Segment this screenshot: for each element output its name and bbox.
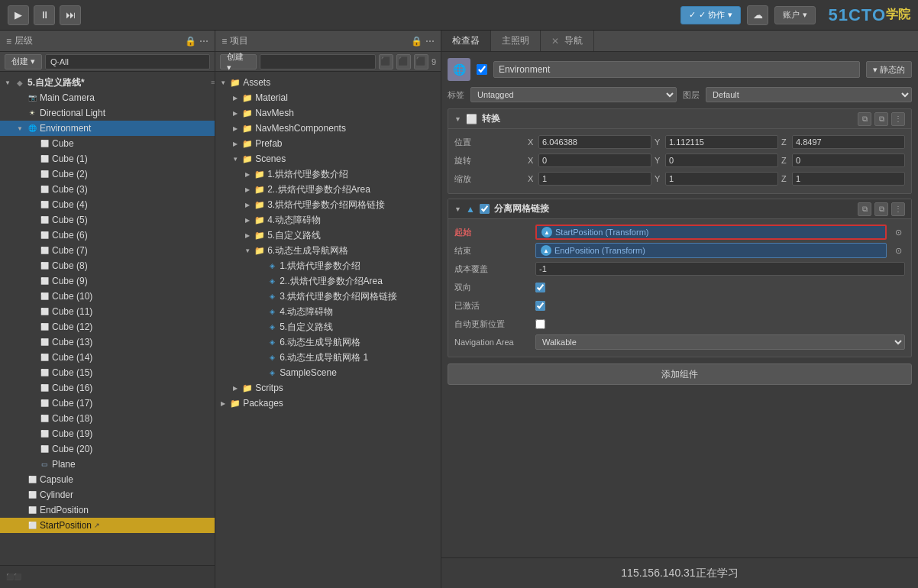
static-button[interactable]: ▾ 静态的: [866, 61, 912, 78]
tree-item-cube17[interactable]: ⬜ Cube (17): [0, 396, 215, 411]
proj-item-scene5[interactable]: ▶ 📁 5.自定义路线: [215, 228, 441, 243]
proj-item-navmesh[interactable]: ▶ 📁 NavMesh: [215, 105, 441, 121]
proj-item-scene6[interactable]: ▼ 📁 6.动态生成导航网格: [215, 243, 441, 258]
rot-y-input[interactable]: [665, 153, 778, 167]
proj-item-sub3[interactable]: ◈ 3.烘焙代理参数介绍网格链接: [215, 289, 441, 304]
project-create-button[interactable]: 创建 ▾: [220, 54, 256, 69]
proj-item-samplescene[interactable]: ◈ SampleScene: [215, 365, 441, 380]
collab-button[interactable]: ✓ ✓ 协作 ▾: [680, 6, 741, 24]
tree-item-cube5[interactable]: ⬜ Cube (5): [0, 212, 215, 228]
tree-item-cube13[interactable]: ⬜ Cube (13): [0, 334, 215, 350]
tree-item-dir-light[interactable]: ☀ Directional Light: [0, 105, 215, 121]
offmeshlink-header[interactable]: ▼ ▲ 分离网格链接 ⧉ ⧉ ⋮: [448, 199, 911, 219]
tree-item-cylinder[interactable]: ⬜ Cylinder: [0, 487, 215, 502]
tab-navigation[interactable]: ✕ 导航: [541, 31, 594, 51]
tree-item-cube1[interactable]: ⬜ Cube (1): [0, 151, 215, 166]
hierarchy-menu-icon[interactable]: ⋯: [199, 36, 208, 47]
step-button[interactable]: ⏭: [60, 5, 81, 25]
hierarchy-create-button[interactable]: 创建 ▾: [5, 54, 42, 69]
proj-item-sub1[interactable]: ◈ 1.烘焙代理参数介绍: [215, 258, 441, 273]
hierarchy-lock-icon[interactable]: 🔒: [185, 36, 196, 47]
tree-item-cube[interactable]: ⬜ Cube: [0, 136, 215, 151]
play-button[interactable]: ▶: [8, 5, 29, 25]
tree-item-cube4[interactable]: ⬜ Cube (4): [0, 197, 215, 212]
start-value-field[interactable]: ▲ StartPosition (Transform): [535, 225, 887, 240]
tree-item-cube3[interactable]: ⬜ Cube (3): [0, 182, 215, 197]
proj-item-sub2[interactable]: ◈ 2..烘焙代理参数介绍Area: [215, 273, 441, 289]
proj-item-material[interactable]: ▶ 📁 Material: [215, 90, 441, 105]
end-value-field[interactable]: ▲ EndPosition (Transform): [535, 243, 887, 258]
pos-y-input[interactable]: [665, 135, 778, 149]
project-icon-btn3[interactable]: ⬛: [414, 54, 428, 69]
tree-item-cube20[interactable]: ⬜ Cube (20): [0, 441, 215, 457]
tree-item-environment[interactable]: ▼ 🌐 Environment: [0, 121, 215, 136]
rot-x-input[interactable]: [538, 153, 651, 167]
proj-item-scene2[interactable]: ▶ 📁 2..烘焙代理参数介绍Area: [215, 182, 441, 197]
offmesh-menu-icon[interactable]: ⋮: [891, 202, 905, 216]
tree-item-cube12[interactable]: ⬜ Cube (12): [0, 319, 215, 334]
tree-item-cube7[interactable]: ⬜ Cube (7): [0, 243, 215, 258]
tree-item-cube10[interactable]: ⬜ Cube (10): [0, 289, 215, 304]
tree-item-cube15[interactable]: ⬜ Cube (15): [0, 365, 215, 380]
project-icon-btn2[interactable]: ⬛: [396, 54, 411, 69]
tree-item-cube9[interactable]: ⬜ Cube (9): [0, 273, 215, 289]
proj-item-scene1[interactable]: ▶ 📁 1.烘焙代理参数介绍: [215, 166, 441, 182]
cost-input[interactable]: [535, 262, 905, 276]
proj-item-assets[interactable]: ▼ 📁 Assets: [215, 75, 441, 90]
start-select-icon[interactable]: ⊙: [891, 225, 905, 239]
project-search-input[interactable]: [260, 54, 376, 69]
tab-inspector[interactable]: 检查器: [441, 31, 491, 51]
offmesh-enabled-checkbox[interactable]: [480, 204, 490, 214]
proj-item-sub5[interactable]: ◈ 5.自定义路线: [215, 319, 441, 334]
offmesh-copy-icon[interactable]: ⧉: [858, 202, 871, 216]
tree-item-cube16[interactable]: ⬜ Cube (16): [0, 380, 215, 396]
proj-item-scene4[interactable]: ▶ 📁 4.动态障碍物: [215, 212, 441, 228]
scale-x-input[interactable]: [538, 172, 651, 186]
bidir-checkbox[interactable]: [535, 283, 545, 292]
activated-checkbox[interactable]: [535, 301, 545, 311]
transform-copy-icon[interactable]: ⧉: [858, 112, 871, 126]
tree-item-scene[interactable]: ▼ ◆ 5.自定义路线* ≡: [0, 75, 215, 90]
scale-y-input[interactable]: [665, 172, 778, 186]
obj-enabled-checkbox[interactable]: [477, 64, 487, 75]
transform-paste-icon[interactable]: ⧉: [874, 112, 888, 126]
pos-x-input[interactable]: [538, 135, 651, 149]
tab-lighting[interactable]: 主照明: [491, 31, 541, 51]
tree-item-capsule[interactable]: ⬜ Capsule: [0, 472, 215, 487]
proj-item-scritps[interactable]: ▶ 📁 Scritps: [215, 380, 441, 396]
tag-select[interactable]: Untagged: [470, 87, 677, 102]
tree-item-cube19[interactable]: ⬜ Cube (19): [0, 426, 215, 441]
proj-item-sub6[interactable]: ◈ 6.动态生成导航网格: [215, 334, 441, 350]
tree-item-cube18[interactable]: ⬜ Cube (18): [0, 411, 215, 426]
end-select-icon[interactable]: ⊙: [891, 244, 905, 257]
proj-item-prefab[interactable]: ▶ 📁 Prefab: [215, 136, 441, 151]
tree-item-cube6[interactable]: ⬜ Cube (6): [0, 228, 215, 243]
project-lock-icon[interactable]: 🔒: [411, 36, 422, 47]
offmesh-paste-icon[interactable]: ⧉: [874, 202, 888, 216]
proj-item-scenes[interactable]: ▼ 📁 Scenes: [215, 151, 441, 166]
tree-item-cube8[interactable]: ⬜ Cube (8): [0, 258, 215, 273]
scale-z-input[interactable]: [792, 172, 905, 186]
tree-item-endposition[interactable]: ⬜ EndPosition: [0, 502, 215, 518]
proj-item-sub7[interactable]: ◈ 6.动态生成导航网格 1: [215, 350, 441, 365]
proj-item-navmeshcomp[interactable]: ▶ 📁 NavMeshComponents: [215, 121, 441, 136]
proj-item-sub4[interactable]: ◈ 4.动态障碍物: [215, 304, 441, 319]
transform-menu-icon[interactable]: ⋮: [891, 112, 905, 126]
obj-name-input[interactable]: [493, 61, 860, 78]
layer-select[interactable]: Default: [706, 87, 912, 102]
auto-checkbox[interactable]: [535, 319, 545, 329]
proj-item-packages[interactable]: ▶ 📁 Packages: [215, 396, 441, 411]
pos-z-input[interactable]: [792, 135, 905, 149]
tree-item-main-camera[interactable]: 📷 Main Camera: [0, 90, 215, 105]
hierarchy-search-input[interactable]: [45, 54, 210, 69]
add-component-button[interactable]: 添加组件: [448, 363, 912, 385]
tree-item-cube2[interactable]: ⬜ Cube (2): [0, 166, 215, 182]
project-menu-icon[interactable]: ⋯: [425, 36, 435, 47]
transform-header[interactable]: ▼ ⬜ 转换 ⧉ ⧉ ⋮: [448, 109, 911, 129]
tree-item-plane[interactable]: ▭ Plane: [0, 457, 215, 472]
account-button[interactable]: 账户 ▾: [774, 6, 816, 24]
project-icon-btn1[interactable]: ⬛: [379, 54, 393, 69]
tree-item-startposition[interactable]: ⬜ StartPosition ↗: [0, 518, 215, 533]
cloud-button[interactable]: ☁: [747, 5, 768, 25]
tree-item-cube11[interactable]: ⬜ Cube (11): [0, 304, 215, 319]
